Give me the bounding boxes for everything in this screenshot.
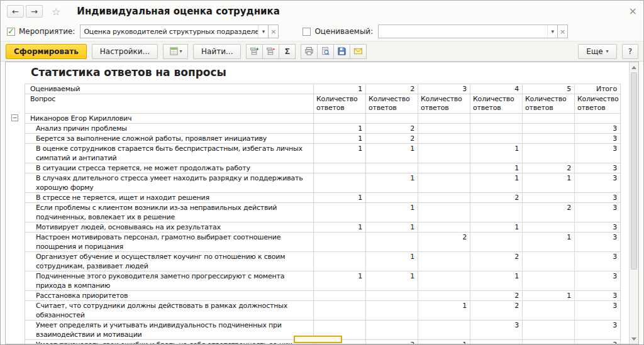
- score-cell[interactable]: 1: [418, 340, 470, 344]
- favorite-star-icon[interactable]: ☆: [52, 6, 60, 18]
- total-cell[interactable]: 3: [575, 320, 621, 340]
- question-cell[interactable]: Умеет признавать свои ошибки и брать на …: [25, 340, 314, 344]
- group-name-cell[interactable]: Никаноров Егор Кириллович: [25, 114, 314, 124]
- total-cell[interactable]: 3: [575, 233, 621, 252]
- score-cell[interactable]: [366, 163, 418, 173]
- event-combo-dropdown-icon[interactable]: ▾: [258, 25, 268, 38]
- score-cell[interactable]: [314, 301, 366, 320]
- header-count[interactable]: Количество ответов: [418, 94, 470, 114]
- event-combo[interactable]: Оценка руководителей структурных подразд…: [80, 25, 269, 38]
- question-cell[interactable]: В оценке сотрудников старается быть бесп…: [25, 144, 314, 163]
- total-cell[interactable]: 3: [575, 340, 621, 344]
- total-cell[interactable]: 3: [575, 124, 621, 134]
- score-cell[interactable]: [418, 144, 470, 163]
- header-evaluated[interactable]: Оцениваемый: [25, 84, 314, 94]
- collapse-groups-button[interactable]: [262, 44, 279, 59]
- total-cell[interactable]: 3: [575, 144, 621, 163]
- report-variant-button[interactable]: ▾: [163, 44, 188, 59]
- person-combo[interactable]: ▾: [378, 25, 558, 38]
- score-cell[interactable]: [523, 340, 575, 344]
- score-cell[interactable]: [523, 271, 575, 291]
- score-cell[interactable]: 1: [470, 163, 523, 173]
- total-cell[interactable]: 3: [575, 163, 621, 173]
- header-count[interactable]: Количество ответов: [575, 94, 621, 114]
- header-score-5[interactable]: 5: [523, 84, 575, 94]
- score-cell[interactable]: 2: [418, 233, 470, 252]
- score-cell[interactable]: 1: [523, 233, 575, 252]
- score-cell[interactable]: 1: [314, 271, 366, 291]
- event-combo-clear-icon[interactable]: ×: [269, 25, 279, 38]
- scroll-down-button[interactable]: [630, 334, 638, 343]
- question-cell[interactable]: В случаях длительного стресса умеет нахо…: [25, 173, 314, 193]
- score-cell[interactable]: [314, 203, 366, 222]
- score-cell[interactable]: [314, 114, 366, 124]
- score-cell[interactable]: 1: [418, 301, 470, 320]
- score-cell[interactable]: 1: [366, 203, 418, 222]
- score-cell[interactable]: [366, 114, 418, 124]
- vertical-scrollbar[interactable]: [629, 62, 638, 344]
- question-cell[interactable]: Настроен мотивировать персонал, грамотно…: [25, 233, 314, 252]
- score-cell[interactable]: [418, 134, 470, 144]
- total-cell[interactable]: 3: [575, 193, 621, 203]
- forward-button[interactable]: →: [26, 5, 43, 18]
- help-button[interactable]: ?: [622, 44, 638, 59]
- question-cell[interactable]: Считает, что сотрудники должны действова…: [25, 301, 314, 320]
- expand-groups-button[interactable]: [246, 44, 263, 59]
- score-cell[interactable]: 1: [314, 124, 366, 134]
- total-cell[interactable]: 3: [575, 222, 621, 233]
- score-cell[interactable]: [523, 301, 575, 320]
- header-question[interactable]: Вопрос: [25, 94, 314, 114]
- scroll-up-button[interactable]: [630, 63, 638, 72]
- header-score-2[interactable]: 2: [366, 84, 418, 94]
- question-cell[interactable]: Умеет определять и учитывать индивидуаль…: [25, 320, 314, 340]
- autosum-button[interactable]: Σ: [279, 44, 296, 59]
- header-count[interactable]: Количество ответов: [366, 94, 418, 114]
- person-combo-dropdown-icon[interactable]: ▾: [547, 25, 557, 38]
- score-cell[interactable]: 1: [523, 173, 575, 193]
- event-label[interactable]: Мероприятие:: [19, 27, 75, 36]
- total-cell[interactable]: 3: [575, 134, 621, 144]
- score-cell[interactable]: 1: [366, 271, 418, 291]
- score-cell[interactable]: [470, 340, 523, 344]
- score-cell[interactable]: [418, 124, 470, 134]
- selected-cell[interactable]: [294, 336, 342, 343]
- question-cell[interactable]: В ситуации стресса теряется, не может пр…: [25, 163, 314, 173]
- score-cell[interactable]: [470, 124, 523, 134]
- question-cell[interactable]: В стрессе не теряется, ищет и находит ре…: [25, 193, 314, 203]
- person-combo-clear-icon[interactable]: ×: [558, 25, 568, 38]
- score-cell[interactable]: [366, 301, 418, 320]
- score-cell[interactable]: [366, 320, 418, 340]
- settings-button[interactable]: Настройки...: [92, 44, 158, 59]
- score-cell[interactable]: 1: [314, 222, 366, 233]
- score-cell[interactable]: 2: [366, 134, 418, 144]
- question-cell[interactable]: Организует обучение и осуществляет коучи…: [25, 252, 314, 271]
- score-cell[interactable]: 1: [314, 193, 366, 203]
- email-button[interactable]: [350, 44, 367, 59]
- score-cell[interactable]: 1: [523, 291, 575, 301]
- close-icon[interactable]: ×: [629, 6, 637, 16]
- person-checkbox[interactable]: [303, 28, 311, 36]
- find-button[interactable]: Найти...: [193, 44, 241, 59]
- question-cell[interactable]: Анализ причин проблемы: [25, 124, 314, 134]
- score-cell[interactable]: 1: [314, 134, 366, 144]
- header-total[interactable]: Итого: [575, 84, 621, 94]
- person-label[interactable]: Оцениваемый:: [314, 27, 373, 36]
- score-cell[interactable]: 2: [470, 193, 523, 203]
- score-cell[interactable]: 1: [314, 144, 366, 163]
- save-button[interactable]: [333, 44, 350, 59]
- preview-button[interactable]: [317, 44, 334, 59]
- score-cell[interactable]: [314, 163, 366, 173]
- score-cell[interactable]: 1: [470, 271, 523, 291]
- question-cell[interactable]: Если проблемы с клиентом возникли из-за …: [25, 203, 314, 222]
- score-cell[interactable]: [470, 114, 523, 124]
- score-cell[interactable]: [418, 163, 470, 173]
- score-cell[interactable]: 1: [366, 144, 418, 163]
- score-cell[interactable]: [523, 114, 575, 124]
- score-cell[interactable]: [470, 233, 523, 252]
- score-cell[interactable]: [418, 252, 470, 271]
- score-cell[interactable]: [523, 144, 575, 163]
- score-cell[interactable]: [418, 222, 470, 233]
- score-cell[interactable]: [418, 203, 470, 222]
- score-cell[interactable]: [418, 271, 470, 291]
- score-cell[interactable]: [366, 233, 418, 252]
